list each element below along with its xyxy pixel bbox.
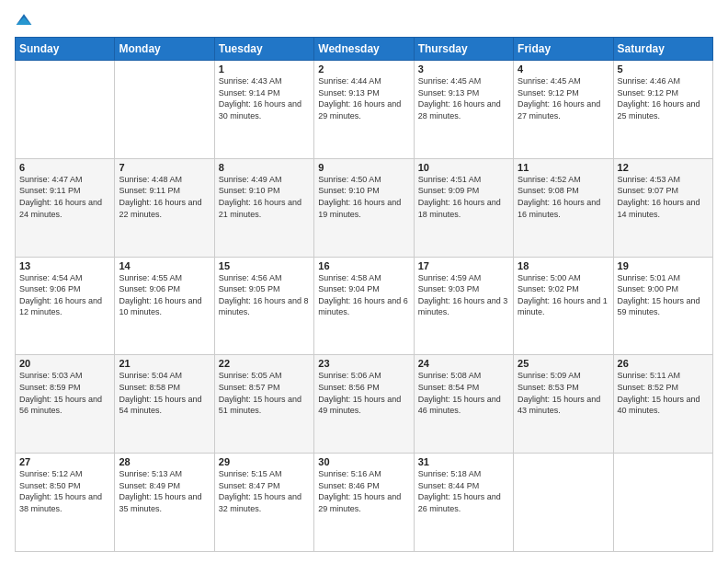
calendar-cell: 5Sunrise: 4:46 AM Sunset: 9:12 PM Daylig… — [613, 61, 712, 159]
day-number: 13 — [19, 260, 110, 271]
day-info: Sunrise: 5:16 AM Sunset: 8:46 PM Dayligh… — [318, 468, 409, 514]
calendar-week-row: 13Sunrise: 4:54 AM Sunset: 9:06 PM Dayli… — [16, 257, 713, 355]
day-number: 25 — [518, 358, 609, 369]
calendar-cell — [16, 61, 115, 159]
calendar-cell: 12Sunrise: 4:53 AM Sunset: 9:07 PM Dayli… — [613, 158, 712, 257]
calendar-cell: 13Sunrise: 4:54 AM Sunset: 9:06 PM Dayli… — [16, 257, 115, 355]
calendar-cell: 19Sunrise: 5:01 AM Sunset: 9:00 PM Dayli… — [613, 257, 712, 355]
logo-icon — [15, 11, 33, 29]
calendar-cell: 26Sunrise: 5:11 AM Sunset: 8:52 PM Dayli… — [613, 355, 712, 454]
calendar-header-cell: Tuesday — [214, 38, 313, 61]
calendar-header-cell: Saturday — [613, 38, 712, 61]
day-number: 27 — [19, 456, 110, 467]
day-info: Sunrise: 4:45 AM Sunset: 9:12 PM Dayligh… — [518, 75, 609, 121]
day-number: 14 — [119, 260, 210, 271]
header — [15, 11, 713, 29]
day-info: Sunrise: 5:11 AM Sunset: 8:52 PM Dayligh… — [618, 370, 709, 416]
calendar-cell: 17Sunrise: 4:59 AM Sunset: 9:03 PM Dayli… — [414, 257, 513, 355]
calendar-cell: 8Sunrise: 4:49 AM Sunset: 9:10 PM Daylig… — [214, 158, 313, 257]
calendar-cell — [613, 454, 712, 552]
day-number: 18 — [518, 260, 609, 271]
day-info: Sunrise: 5:06 AM Sunset: 8:56 PM Dayligh… — [318, 370, 409, 416]
day-number: 9 — [318, 162, 409, 173]
day-info: Sunrise: 5:15 AM Sunset: 8:47 PM Dayligh… — [219, 468, 310, 514]
calendar-header-row: SundayMondayTuesdayWednesdayThursdayFrid… — [16, 38, 713, 61]
day-number: 24 — [418, 358, 509, 369]
calendar-cell: 7Sunrise: 4:48 AM Sunset: 9:11 PM Daylig… — [115, 158, 214, 257]
calendar-cell: 11Sunrise: 4:52 AM Sunset: 9:08 PM Dayli… — [514, 158, 613, 257]
calendar-header-cell: Sunday — [16, 38, 115, 61]
calendar-cell: 3Sunrise: 4:45 AM Sunset: 9:13 PM Daylig… — [414, 61, 513, 159]
day-info: Sunrise: 5:05 AM Sunset: 8:57 PM Dayligh… — [219, 370, 310, 416]
day-info: Sunrise: 5:12 AM Sunset: 8:50 PM Dayligh… — [19, 468, 110, 514]
calendar-table: SundayMondayTuesdayWednesdayThursdayFrid… — [15, 37, 713, 552]
calendar-cell — [514, 454, 613, 552]
day-number: 8 — [219, 162, 310, 173]
day-info: Sunrise: 4:54 AM Sunset: 9:06 PM Dayligh… — [19, 272, 110, 318]
day-number: 29 — [219, 456, 310, 467]
calendar-week-row: 6Sunrise: 4:47 AM Sunset: 9:11 PM Daylig… — [16, 158, 713, 257]
calendar-cell: 14Sunrise: 4:55 AM Sunset: 9:06 PM Dayli… — [115, 257, 214, 355]
calendar-cell: 23Sunrise: 5:06 AM Sunset: 8:56 PM Dayli… — [314, 355, 414, 454]
day-number: 2 — [318, 63, 409, 75]
day-info: Sunrise: 4:58 AM Sunset: 9:04 PM Dayligh… — [318, 272, 409, 318]
calendar-cell: 10Sunrise: 4:51 AM Sunset: 9:09 PM Dayli… — [414, 158, 513, 257]
day-number: 19 — [618, 260, 709, 271]
calendar-cell: 1Sunrise: 4:43 AM Sunset: 9:14 PM Daylig… — [214, 61, 313, 159]
day-info: Sunrise: 4:49 AM Sunset: 9:10 PM Dayligh… — [219, 174, 310, 220]
calendar-cell: 2Sunrise: 4:44 AM Sunset: 9:13 PM Daylig… — [314, 61, 414, 159]
day-info: Sunrise: 5:03 AM Sunset: 8:59 PM Dayligh… — [19, 370, 110, 416]
day-number: 28 — [119, 456, 210, 467]
calendar-header-cell: Friday — [514, 38, 613, 61]
svg-marker-1 — [17, 17, 32, 25]
day-number: 12 — [618, 162, 709, 173]
day-info: Sunrise: 4:59 AM Sunset: 9:03 PM Dayligh… — [418, 272, 509, 318]
day-number: 3 — [418, 63, 509, 75]
day-number: 5 — [618, 63, 709, 75]
calendar-week-row: 27Sunrise: 5:12 AM Sunset: 8:50 PM Dayli… — [16, 454, 713, 552]
calendar-cell: 18Sunrise: 5:00 AM Sunset: 9:02 PM Dayli… — [514, 257, 613, 355]
day-number: 7 — [119, 162, 210, 173]
day-number: 10 — [418, 162, 509, 173]
day-info: Sunrise: 5:09 AM Sunset: 8:53 PM Dayligh… — [518, 370, 609, 416]
day-number: 17 — [418, 260, 509, 271]
calendar-header-cell: Monday — [115, 38, 214, 61]
day-info: Sunrise: 5:01 AM Sunset: 9:00 PM Dayligh… — [618, 272, 709, 318]
day-info: Sunrise: 4:51 AM Sunset: 9:09 PM Dayligh… — [418, 174, 509, 220]
day-info: Sunrise: 4:45 AM Sunset: 9:13 PM Dayligh… — [418, 75, 509, 121]
calendar-body: 1Sunrise: 4:43 AM Sunset: 9:14 PM Daylig… — [16, 61, 713, 552]
calendar-cell: 31Sunrise: 5:18 AM Sunset: 8:44 PM Dayli… — [414, 454, 513, 552]
day-number: 4 — [518, 63, 609, 75]
day-number: 15 — [219, 260, 310, 271]
day-info: Sunrise: 4:53 AM Sunset: 9:07 PM Dayligh… — [618, 174, 709, 220]
day-info: Sunrise: 4:50 AM Sunset: 9:10 PM Dayligh… — [318, 174, 409, 220]
day-info: Sunrise: 4:52 AM Sunset: 9:08 PM Dayligh… — [518, 174, 609, 220]
day-number: 22 — [219, 358, 310, 369]
day-number: 20 — [19, 358, 110, 369]
day-info: Sunrise: 4:46 AM Sunset: 9:12 PM Dayligh… — [618, 75, 709, 121]
logo — [15, 11, 37, 29]
calendar-cell: 4Sunrise: 4:45 AM Sunset: 9:12 PM Daylig… — [514, 61, 613, 159]
calendar-cell: 25Sunrise: 5:09 AM Sunset: 8:53 PM Dayli… — [514, 355, 613, 454]
day-number: 23 — [318, 358, 409, 369]
calendar-cell: 20Sunrise: 5:03 AM Sunset: 8:59 PM Dayli… — [16, 355, 115, 454]
day-number: 31 — [418, 456, 509, 467]
day-info: Sunrise: 5:04 AM Sunset: 8:58 PM Dayligh… — [119, 370, 210, 416]
day-number: 30 — [318, 456, 409, 467]
day-number: 16 — [318, 260, 409, 271]
day-info: Sunrise: 4:55 AM Sunset: 9:06 PM Dayligh… — [119, 272, 210, 318]
calendar-header-cell: Thursday — [414, 38, 513, 61]
day-number: 26 — [618, 358, 709, 369]
calendar-cell: 15Sunrise: 4:56 AM Sunset: 9:05 PM Dayli… — [214, 257, 313, 355]
calendar-cell: 24Sunrise: 5:08 AM Sunset: 8:54 PM Dayli… — [414, 355, 513, 454]
calendar-cell: 29Sunrise: 5:15 AM Sunset: 8:47 PM Dayli… — [214, 454, 313, 552]
calendar-week-row: 1Sunrise: 4:43 AM Sunset: 9:14 PM Daylig… — [16, 61, 713, 159]
page: SundayMondayTuesdayWednesdayThursdayFrid… — [0, 0, 728, 563]
day-number: 21 — [119, 358, 210, 369]
calendar-header-cell: Wednesday — [314, 38, 414, 61]
day-info: Sunrise: 4:43 AM Sunset: 9:14 PM Dayligh… — [219, 75, 310, 121]
day-info: Sunrise: 4:47 AM Sunset: 9:11 PM Dayligh… — [19, 174, 110, 220]
day-info: Sunrise: 5:00 AM Sunset: 9:02 PM Dayligh… — [518, 272, 609, 318]
calendar-cell: 16Sunrise: 4:58 AM Sunset: 9:04 PM Dayli… — [314, 257, 414, 355]
calendar-week-row: 20Sunrise: 5:03 AM Sunset: 8:59 PM Dayli… — [16, 355, 713, 454]
